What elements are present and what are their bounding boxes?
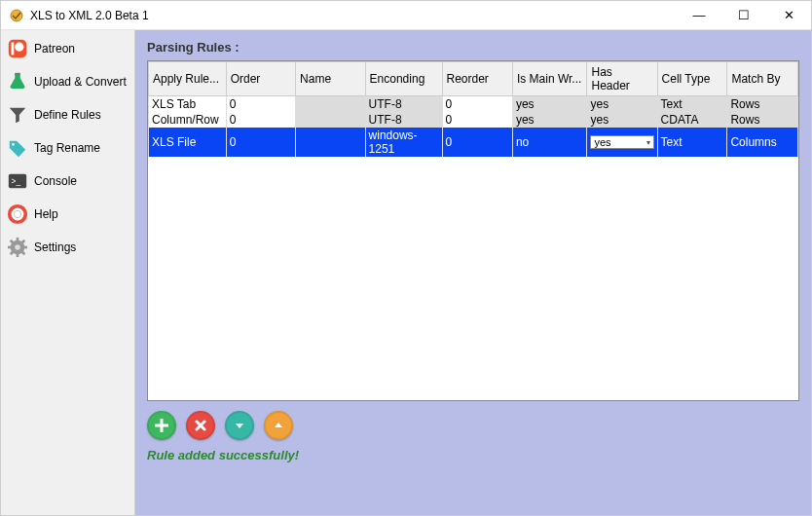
table-cell[interactable]: 0 bbox=[226, 128, 295, 157]
table-row[interactable]: XLS Tab0UTF-80yesyesTextRows bbox=[149, 96, 798, 113]
patreon-icon bbox=[7, 38, 28, 59]
table-cell[interactable]: UTF-8 bbox=[365, 112, 442, 128]
sidebar-item-help[interactable]: Help bbox=[3, 198, 132, 231]
col-name[interactable]: Name bbox=[296, 62, 366, 96]
hasheader-dropdown[interactable]: yes▾ bbox=[590, 135, 653, 149]
rules-table: Apply Rule... Order Name Enconding Reord… bbox=[148, 61, 798, 157]
gear-icon bbox=[7, 237, 28, 258]
table-row[interactable]: XLS File0windows-12510noyes▾TextColumns bbox=[149, 128, 798, 157]
table-cell[interactable] bbox=[296, 112, 366, 128]
sidebar-item-define-rules[interactable]: Define Rules bbox=[3, 98, 132, 131]
table-cell[interactable]: Rows bbox=[727, 112, 798, 128]
table-cell[interactable]: UTF-8 bbox=[365, 96, 442, 113]
table-cell[interactable]: yes▾ bbox=[587, 128, 657, 157]
sidebar-label: Help bbox=[34, 207, 58, 221]
action-buttons bbox=[147, 407, 799, 440]
sidebar-label: Upload & Convert bbox=[34, 75, 127, 89]
table-cell[interactable]: CDATA bbox=[657, 112, 727, 128]
table-cell[interactable]: 0 bbox=[442, 128, 512, 157]
section-title: Parsing Rules : bbox=[147, 40, 799, 55]
console-icon: >_ bbox=[7, 170, 28, 192]
svg-point-11 bbox=[15, 244, 20, 250]
sidebar-item-tag-rename[interactable]: Tag Rename bbox=[3, 131, 132, 165]
sidebar-item-console[interactable]: >_ Console bbox=[3, 165, 132, 198]
move-down-button[interactable] bbox=[225, 411, 254, 440]
tag-icon bbox=[7, 137, 28, 159]
table-cell[interactable]: yes bbox=[587, 112, 657, 128]
col-matchby[interactable]: Match By bbox=[727, 62, 798, 96]
table-cell[interactable]: 0 bbox=[226, 112, 295, 128]
move-up-button[interactable] bbox=[264, 411, 293, 440]
col-encoding[interactable]: Enconding bbox=[365, 62, 442, 96]
close-button[interactable]: ✕ bbox=[766, 1, 811, 30]
table-cell[interactable]: Columns bbox=[727, 128, 798, 157]
sidebar-item-settings[interactable]: Settings bbox=[3, 231, 132, 264]
svg-point-0 bbox=[11, 10, 22, 21]
svg-point-9 bbox=[14, 210, 20, 217]
sidebar: Patreon Upload & Convert Define Rules Ta… bbox=[1, 30, 135, 515]
minimize-button[interactable]: — bbox=[677, 1, 721, 30]
table-cell[interactable]: 0 bbox=[442, 112, 512, 128]
table-cell[interactable]: XLS Tab bbox=[149, 96, 227, 113]
table-row[interactable]: Column/Row0UTF-80yesyesCDATARows bbox=[149, 112, 798, 128]
col-reorder[interactable]: Reorder bbox=[442, 62, 512, 96]
col-ismain[interactable]: Is Main Wr... bbox=[512, 62, 587, 96]
table-cell[interactable]: yes bbox=[512, 96, 587, 113]
table-cell[interactable] bbox=[296, 128, 366, 157]
table-cell[interactable]: Rows bbox=[727, 96, 798, 113]
table-cell[interactable]: 0 bbox=[442, 96, 512, 113]
flask-icon bbox=[7, 71, 28, 92]
col-hasheader[interactable]: Has Header bbox=[587, 62, 657, 96]
table-cell[interactable]: yes bbox=[512, 112, 587, 128]
delete-rule-button[interactable] bbox=[186, 411, 215, 440]
window-title: XLS to XML 2.0 Beta 1 bbox=[30, 9, 149, 22]
table-cell[interactable]: Column/Row bbox=[149, 112, 227, 128]
maximize-button[interactable]: ☐ bbox=[721, 1, 766, 30]
col-order[interactable]: Order bbox=[226, 62, 295, 96]
col-apply[interactable]: Apply Rule... bbox=[149, 62, 227, 96]
lifebuoy-icon bbox=[7, 203, 28, 225]
rules-table-container: Apply Rule... Order Name Enconding Reord… bbox=[147, 60, 799, 401]
table-cell[interactable]: Text bbox=[657, 128, 727, 157]
sidebar-label: Define Rules bbox=[34, 108, 101, 122]
status-message: Rule added successfully! bbox=[147, 446, 799, 462]
table-cell[interactable]: yes bbox=[587, 96, 657, 113]
svg-point-2 bbox=[15, 43, 23, 52]
svg-line-16 bbox=[11, 240, 14, 243]
svg-text:>_: >_ bbox=[12, 177, 21, 186]
content-area: Parsing Rules : Apply Rule... Order Name… bbox=[135, 30, 811, 515]
sidebar-item-patreon[interactable]: Patreon bbox=[3, 32, 132, 65]
app-icon bbox=[9, 8, 24, 23]
svg-line-18 bbox=[11, 252, 14, 255]
sidebar-item-upload[interactable]: Upload & Convert bbox=[3, 65, 132, 98]
svg-line-17 bbox=[22, 252, 25, 255]
svg-point-5 bbox=[12, 143, 15, 146]
funnel-icon bbox=[7, 104, 28, 126]
titlebar: XLS to XML 2.0 Beta 1 — ☐ ✕ bbox=[1, 1, 811, 30]
table-cell[interactable]: XLS File bbox=[149, 128, 227, 157]
table-cell[interactable]: 0 bbox=[226, 96, 295, 113]
table-cell[interactable]: Text bbox=[657, 96, 727, 113]
sidebar-label: Patreon bbox=[34, 42, 75, 55]
sidebar-label: Console bbox=[34, 174, 77, 188]
svg-line-19 bbox=[22, 240, 25, 243]
col-celltype[interactable]: Cell Type bbox=[657, 62, 727, 96]
sidebar-label: Tag Rename bbox=[34, 141, 100, 155]
sidebar-label: Settings bbox=[34, 240, 76, 254]
svg-rect-4 bbox=[15, 73, 20, 75]
add-rule-button[interactable] bbox=[147, 411, 176, 440]
table-cell[interactable] bbox=[296, 96, 366, 113]
svg-rect-3 bbox=[12, 43, 15, 55]
table-cell[interactable]: windows-1251 bbox=[365, 128, 442, 157]
table-cell[interactable]: no bbox=[512, 128, 587, 157]
